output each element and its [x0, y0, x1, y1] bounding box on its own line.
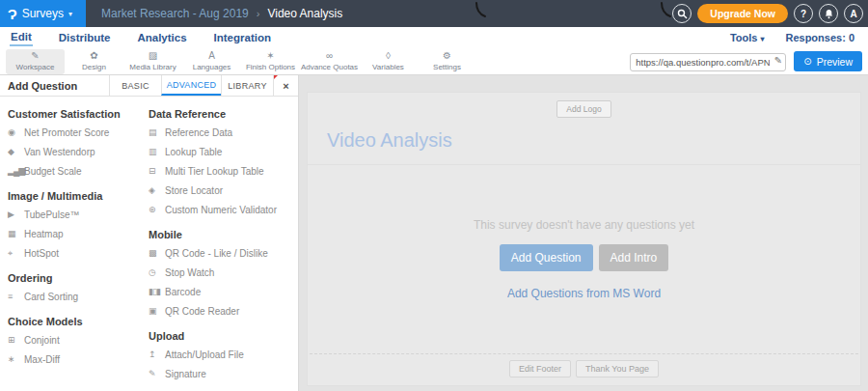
add-questions-from-ms-word-link[interactable]: Add Questions from MS Word	[507, 287, 661, 300]
question-type-barcode[interactable]: ▮▯▮ Barcode	[149, 282, 298, 301]
section-mobile: Mobile	[149, 229, 298, 240]
empty-state-message: This survey doesn't have any questions y…	[474, 218, 694, 232]
upgrade-now-button[interactable]: Upgrade Now	[697, 4, 788, 23]
top-header: Ɂ Surveys ▾ Market Research - Aug 2019 ›…	[0, 0, 868, 27]
question-type-stop-watch[interactable]: ◷ Stop Watch	[149, 263, 298, 282]
toolbar-settings[interactable]: ⚙ Settings	[418, 49, 476, 74]
question-type-multi-tier-lookup-table[interactable]: ⊟ Multi Tier Lookup Table	[149, 161, 298, 181]
breadcrumb-current: Video Analysis	[267, 7, 342, 20]
question-type-van-westendorp[interactable]: ◆ Van Westendorp	[8, 142, 149, 161]
section-image-multimedia: Image / Multimedia	[8, 190, 149, 202]
section-data-reference: Data Reference	[149, 108, 298, 120]
media-library-image-icon: ▨	[149, 51, 157, 61]
cards-grid-icon: ⊞	[8, 336, 24, 345]
notifications-bell-icon[interactable]	[819, 4, 838, 23]
survey-url-field-wrap: ✎	[630, 52, 786, 71]
tab-advanced[interactable]: ADVANCED	[161, 75, 221, 96]
thank-you-page-button[interactable]: Thank You Page	[576, 360, 659, 377]
price-tag-icon: ◆	[8, 148, 24, 156]
tools-menu[interactable]: Tools ▾	[730, 32, 765, 43]
help-icon[interactable]: ?	[794, 4, 813, 23]
tab-library[interactable]: LIBRARY	[221, 75, 273, 96]
question-type-hotspot[interactable]: ⌖ HotSpot	[8, 243, 149, 263]
tab-edit[interactable]: Edit	[10, 29, 33, 46]
question-type-budget-scale[interactable]: ▂▄▆ Budget Scale	[8, 161, 149, 181]
breadcrumb-parent-link[interactable]: Market Research - Aug 2019	[101, 7, 249, 20]
breadcrumb-separator: ›	[257, 8, 260, 19]
question-type-attach-upload-file[interactable]: ↥ Attach/Upload File	[149, 345, 298, 364]
languages-translate-icon: A	[208, 51, 215, 61]
empty-state: This survey doesn't have any questions y…	[308, 165, 860, 353]
section-ordering: Ordering	[8, 272, 149, 284]
stray-curve-mark	[473, 1, 488, 20]
video-play-icon: ▶	[8, 210, 24, 219]
toolbar-advance-quotas[interactable]: ∞ Advance Quotas	[300, 49, 359, 74]
toolbar-design[interactable]: ✿ Design	[65, 49, 123, 74]
question-type-heatmap[interactable]: ▦ Heatmap	[8, 224, 149, 243]
question-type-reference-data[interactable]: ▤ Reference Data	[149, 123, 298, 142]
question-type-qr-code-like-dislike[interactable]: ▩ QR Code - Like / Dislike	[149, 243, 298, 263]
toolbar-workspace[interactable]: ✎ Workspace	[6, 49, 65, 74]
survey-subnav: Edit Distribute Analytics Integration To…	[0, 27, 868, 48]
question-type-card-sorting[interactable]: ≡ Card Sorting	[8, 287, 149, 306]
toolbar-media-library[interactable]: ▨ Media Library	[123, 49, 182, 74]
signature-pen-icon: ✎	[149, 370, 165, 378]
heatmap-image-icon: ▦	[8, 230, 24, 238]
hotspot-cursor-icon: ⌖	[8, 249, 24, 258]
survey-stage: Add Logo Video Analysis This survey does…	[299, 75, 868, 391]
advance-quotas-links-icon: ∞	[326, 51, 333, 61]
barcode-icon: ▮▯▮	[149, 288, 165, 296]
survey-url-input[interactable]	[630, 53, 786, 71]
survey-title[interactable]: Video Analysis	[327, 129, 860, 152]
toolbar-languages[interactable]: A Languages	[182, 49, 241, 74]
tab-integration[interactable]: Integration	[213, 30, 272, 45]
header-actions: Upgrade Now ? A	[672, 0, 863, 27]
toolbar-finish-options[interactable]: ✶ Finish Options	[241, 49, 300, 74]
wand-icon: ∗	[8, 355, 24, 364]
question-type-store-locator[interactable]: ◈ Store Locator	[149, 181, 298, 200]
eye-icon: ⊙	[803, 56, 811, 67]
question-type-net-promoter-score[interactable]: ◉ Net Promoter Score	[8, 123, 149, 142]
close-panel-button[interactable]: ×	[273, 75, 298, 96]
edit-footer-button[interactable]: Edit Footer	[509, 360, 571, 377]
add-question-panel-header: Add Question BASIC ADVANCED LIBRARY ×	[0, 75, 298, 97]
question-type-lookup-table[interactable]: ▥ Lookup Table	[149, 142, 298, 161]
toolbar-right: ✎ ⊙ Preview	[630, 51, 862, 71]
search-icon[interactable]	[672, 4, 692, 23]
tab-basic[interactable]: BASIC	[109, 75, 161, 96]
question-type-list: Customer Satisfaction ◉ Net Promoter Sco…	[0, 97, 298, 391]
edit-url-pencil-icon[interactable]: ✎	[774, 55, 782, 66]
panel-title: Add Question	[0, 75, 109, 96]
design-palette-icon: ✿	[90, 51, 97, 61]
chevron-down-icon: ▾	[68, 10, 72, 18]
workspace-pencil-icon: ✎	[31, 51, 39, 61]
section-choice-models: Choice Models	[8, 316, 149, 327]
questionpro-logo-icon: Ɂ	[8, 7, 17, 21]
question-type-column-1: Customer Satisfaction ◉ Net Promoter Sco…	[8, 98, 149, 391]
tab-analytics[interactable]: Analytics	[136, 30, 187, 45]
question-type-signature[interactable]: ✎ Signature	[149, 364, 298, 383]
canvas-footer: Edit Footer Thank You Page	[310, 353, 858, 385]
table-icon: ▥	[149, 148, 165, 156]
question-type-conjoint[interactable]: ⊞ Conjoint	[8, 330, 149, 349]
question-type-max-diff[interactable]: ∗ Max-Diff	[8, 349, 149, 369]
question-type-qr-code-reader[interactable]: ▣ QR Code Reader	[149, 301, 298, 321]
content-area: Add Question BASIC ADVANCED LIBRARY × Cu…	[0, 75, 868, 391]
variables-tag-icon: ◊	[386, 51, 391, 61]
responses-count-link[interactable]: Responses: 0	[785, 32, 854, 43]
tab-distribute[interactable]: Distribute	[58, 30, 112, 45]
toolbar-variables[interactable]: ◊ Variables	[359, 49, 418, 74]
preview-button[interactable]: ⊙ Preview	[794, 51, 862, 71]
subnav-right: Tools ▾ Responses: 0	[730, 32, 858, 43]
finish-options-wand-icon: ✶	[266, 51, 274, 61]
question-type-custom-numeric-validator[interactable]: ⊛ Custom Numeric Validator	[149, 200, 298, 219]
surveys-menu[interactable]: Ɂ Surveys ▾	[0, 0, 86, 27]
surveys-menu-label: Surveys	[22, 7, 64, 20]
add-logo-button[interactable]: Add Logo	[556, 100, 610, 118]
add-intro-button[interactable]: Add Intro	[599, 244, 669, 271]
survey-canvas: Add Logo Video Analysis This survey does…	[307, 92, 861, 386]
add-question-button[interactable]: Add Question	[500, 244, 593, 271]
chevron-down-icon: ▾	[760, 35, 764, 43]
question-type-tubepulse[interactable]: ▶ TubePulse™	[8, 205, 149, 224]
user-avatar[interactable]: A	[844, 4, 863, 23]
